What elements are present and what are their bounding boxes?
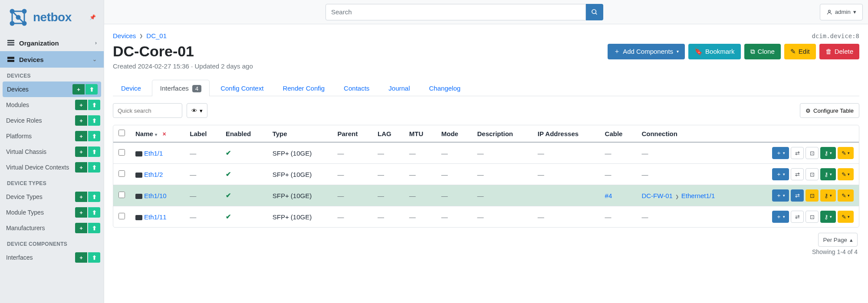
cable-link[interactable]: #4 bbox=[605, 192, 612, 199]
upload-icon[interactable]: ⬆ bbox=[88, 131, 100, 141]
col-description[interactable]: Description bbox=[472, 125, 532, 142]
search-button[interactable] bbox=[586, 4, 603, 20]
connect-button[interactable]: ⚷▾ bbox=[820, 147, 836, 159]
trace-button[interactable]: ⇄ bbox=[791, 211, 804, 223]
interface-link[interactable]: Eth1/1 bbox=[144, 150, 163, 157]
col-parent[interactable]: Parent bbox=[332, 125, 373, 142]
connect-button[interactable]: ⚷▾ bbox=[820, 189, 836, 202]
add-icon[interactable]: + bbox=[75, 115, 87, 126]
col-connection[interactable]: Connection bbox=[636, 125, 746, 142]
diagram-button[interactable]: ⊡ bbox=[806, 189, 819, 202]
pin-icon[interactable]: 📌 bbox=[89, 14, 96, 20]
edit-row-button[interactable]: ✎▾ bbox=[838, 211, 854, 223]
quick-search-input[interactable] bbox=[113, 103, 182, 118]
sidebar-item[interactable]: Platforms + ⬆ bbox=[0, 128, 104, 144]
upload-icon[interactable]: ⬆ bbox=[88, 162, 100, 173]
bookmark-button[interactable]: 🔖Bookmark bbox=[688, 44, 741, 59]
remove-sort-icon[interactable]: × bbox=[163, 130, 166, 137]
sidebar-item[interactable]: Interfaces + ⬆ bbox=[0, 250, 104, 265]
upload-icon[interactable]: ⬆ bbox=[88, 207, 100, 218]
edit-button[interactable]: ✎Edit bbox=[784, 44, 816, 59]
sidebar-item[interactable]: Device Roles + ⬆ bbox=[0, 113, 104, 128]
connection-interface-link[interactable]: Ethernet1/1 bbox=[681, 192, 715, 199]
sidebar-item[interactable]: Virtual Device Contexts + ⬆ bbox=[0, 160, 104, 175]
add-ip-button[interactable]: ＋▾ bbox=[772, 168, 789, 180]
col-lag[interactable]: LAG bbox=[372, 125, 404, 142]
tab[interactable]: Journal bbox=[380, 80, 418, 96]
add-icon[interactable]: + bbox=[72, 84, 85, 94]
trace-button[interactable]: ⇄ bbox=[791, 168, 804, 180]
tab[interactable]: Device bbox=[113, 80, 149, 96]
upload-icon[interactable]: ⬆ bbox=[88, 223, 100, 233]
visibility-toggle[interactable]: 👁▾ bbox=[187, 103, 207, 118]
connect-button[interactable]: ⚷▾ bbox=[820, 211, 836, 223]
connect-button[interactable]: ⚷▾ bbox=[820, 168, 836, 180]
configure-table-button[interactable]: ⚙Configure Table bbox=[800, 103, 859, 118]
user-menu[interactable]: admin ▾ bbox=[820, 4, 863, 20]
diagram-button[interactable]: ⊡ bbox=[806, 147, 819, 159]
add-ip-button[interactable]: ＋▾ bbox=[772, 189, 789, 202]
nav-group-devices[interactable]: Devices ⌄ bbox=[0, 51, 104, 68]
col-enabled[interactable]: Enabled bbox=[220, 125, 267, 142]
upload-icon[interactable]: ⬆ bbox=[88, 192, 100, 202]
row-checkbox[interactable] bbox=[118, 170, 125, 177]
interface-link[interactable]: Eth1/10 bbox=[144, 192, 167, 199]
col-name[interactable]: Name ▾ × bbox=[130, 125, 184, 142]
per-page-select[interactable]: Per Page▴ bbox=[818, 233, 858, 247]
col-ip[interactable]: IP Addresses bbox=[533, 125, 600, 142]
connection-device-link[interactable]: DC-FW-01 bbox=[641, 192, 672, 199]
diagram-button[interactable]: ⊡ bbox=[806, 211, 819, 223]
col-type[interactable]: Type bbox=[267, 125, 332, 142]
breadcrumb-root[interactable]: Devices bbox=[113, 32, 136, 39]
tab[interactable]: Changelog bbox=[421, 80, 469, 96]
add-icon[interactable]: + bbox=[75, 162, 87, 173]
upload-icon[interactable]: ⬆ bbox=[88, 115, 100, 126]
breadcrumb-current[interactable]: DC_01 bbox=[146, 32, 167, 39]
tab[interactable]: Config Context bbox=[212, 80, 272, 96]
edit-row-button[interactable]: ✎▾ bbox=[838, 168, 854, 180]
sidebar-item[interactable]: Virtual Chassis + ⬆ bbox=[0, 144, 104, 160]
add-icon[interactable]: + bbox=[75, 223, 87, 233]
add-icon[interactable]: + bbox=[75, 252, 87, 263]
clone-button[interactable]: ⧉Clone bbox=[744, 44, 781, 59]
diagram-button[interactable]: ⊡ bbox=[806, 168, 819, 180]
row-checkbox[interactable] bbox=[118, 149, 125, 156]
add-icon[interactable]: + bbox=[75, 192, 87, 202]
col-label[interactable]: Label bbox=[184, 125, 220, 142]
sidebar-item[interactable]: Module Types + ⬆ bbox=[0, 205, 104, 220]
upload-icon[interactable]: ⬆ bbox=[88, 252, 100, 263]
col-mtu[interactable]: MTU bbox=[404, 125, 436, 142]
edit-row-button[interactable]: ✎▾ bbox=[838, 147, 854, 159]
add-ip-button[interactable]: ＋▾ bbox=[772, 147, 789, 159]
sidebar-item[interactable]: Manufacturers + ⬆ bbox=[0, 220, 104, 236]
upload-icon[interactable]: ⬆ bbox=[88, 100, 100, 110]
add-components-button[interactable]: ＋Add Components▾ bbox=[608, 44, 685, 59]
add-icon[interactable]: + bbox=[75, 131, 87, 141]
trace-button[interactable]: ⇄ bbox=[791, 189, 804, 202]
sidebar-item[interactable]: Modules + ⬆ bbox=[0, 97, 104, 113]
edit-row-button[interactable]: ✎▾ bbox=[838, 189, 854, 202]
tab[interactable]: Render Config bbox=[274, 80, 333, 96]
search-input[interactable] bbox=[326, 4, 586, 20]
tab[interactable]: Contacts bbox=[335, 80, 378, 96]
add-icon[interactable]: + bbox=[75, 100, 87, 110]
col-cable[interactable]: Cable bbox=[600, 125, 637, 142]
add-ip-button[interactable]: ＋▾ bbox=[772, 211, 789, 223]
nav-group-organization[interactable]: Organization › bbox=[0, 35, 104, 51]
upload-icon[interactable]: ⬆ bbox=[88, 147, 100, 157]
interface-link[interactable]: Eth1/2 bbox=[144, 171, 163, 178]
add-icon[interactable]: + bbox=[75, 207, 87, 218]
row-checkbox[interactable] bbox=[118, 213, 125, 219]
sidebar-item[interactable]: Devices + ⬆ bbox=[3, 81, 101, 97]
col-mode[interactable]: Mode bbox=[436, 125, 472, 142]
tab[interactable]: Interfaces 4 bbox=[152, 80, 210, 96]
delete-button[interactable]: 🗑Delete bbox=[819, 44, 859, 59]
upload-icon[interactable]: ⬆ bbox=[85, 84, 98, 94]
interface-link[interactable]: Eth1/11 bbox=[144, 213, 167, 221]
add-icon[interactable]: + bbox=[75, 147, 87, 157]
select-all-checkbox[interactable] bbox=[118, 130, 125, 136]
logo[interactable]: netbox 📌 bbox=[0, 0, 104, 35]
trace-button[interactable]: ⇄ bbox=[791, 147, 804, 159]
row-checkbox[interactable] bbox=[118, 192, 125, 198]
sidebar-item[interactable]: Device Types + ⬆ bbox=[0, 189, 104, 205]
